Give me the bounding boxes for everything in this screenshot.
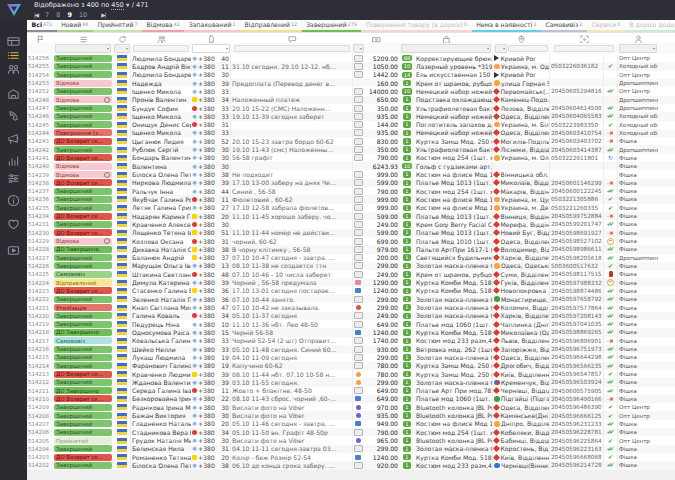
double-check-icon: ✔✔ [607,421,614,427]
page-number[interactable]: 7 [45,11,49,19]
filter-payment[interactable]: ▾ [353,44,364,53]
page-number[interactable]: 9 [67,11,72,19]
table-row[interactable]: 514210ДО Возврат ск…Безкоровайна Ірина❄+… [27,395,675,403]
tab-Нема в наявності[interactable]: Нема в наявності1 [472,20,541,32]
pagination-first-icon[interactable]: |◀ [34,12,38,18]
statistics-icon[interactable] [7,152,20,165]
table-row[interactable]: 514244Повернення (з…Іщенко Микола❄+38033… [27,129,675,137]
tab-Запакований[interactable]: Запакований1 [184,20,240,32]
delivery-status: ✔ [604,370,618,378]
tab-Завершений[interactable]: Завершений279 [302,20,362,32]
order-id: 514203 [27,453,53,461]
tab-Прийнятий[interactable]: Прийнятий7 [93,20,142,32]
pagination-last-icon[interactable]: ▶| [101,12,105,18]
settings-sliders-icon[interactable] [7,170,20,183]
table-row[interactable]: 514235ЗавершенийЛетяк Галина Григо…❄+380… [27,204,675,212]
ukraine-flag-icon [117,196,127,202]
table-row[interactable]: 514237ЗавершенийРальчук Інна❄+38044Синий… [27,187,675,195]
info-icon[interactable] [7,192,20,205]
table-row[interactable]: 514227ЗавершенийБаланюк Андрій+3803707.1… [27,254,675,262]
range-dropdown[interactable]: 450 [111,1,123,10]
table-row[interactable]: 514208ЗавершенийБажан Виктория❄+38030Вис… [27,411,675,419]
table-row[interactable]: 514215ЗавершенийЛукаш Людмила❄+3801904.1… [27,353,675,361]
table-row[interactable]: 514205ПрийнятийГрудок Наталія Мик…❄+3803… [27,436,675,444]
table-row[interactable]: 514252ЗавершенийІщенко Микола❄+380331400… [27,87,675,95]
table-row[interactable]: 514206ЗавершенийСтадникова Вера В…+38034… [27,428,675,436]
filter-source[interactable]: ▾ [619,44,657,53]
table-row[interactable]: 514226ЗавершенийМарущак Ольга Іва…❄+3801… [27,262,675,270]
table-row[interactable]: 514254ЗавершенийЛюдмила Бондарен…❄+38030… [27,71,675,79]
tab-Сервіси[interactable]: Сервіси0 [587,20,625,32]
table-row[interactable]: 514255ЗавершенийБадров Андрій Вікт…❄+380… [27,62,675,70]
dashboard-icon[interactable] [7,33,20,46]
table-row[interactable]: 514225СамовивізШтакина Светлана+3804807.… [27,270,675,278]
tab-Всі[interactable]: Всі471 [27,20,57,32]
support-icon[interactable] [7,216,20,229]
app-logo[interactable] [0,0,27,20]
table-row[interactable]: 514217СамовивізКовальська Галина❄+38033Ч… [27,337,675,345]
table-row[interactable]: 514245ЗавершенийОнищук Денис Сергі…+3803… [27,121,675,129]
page-number[interactable]: 8 [56,11,60,19]
table-row[interactable]: 514221УтилізаціяКнап Світлана Миха…❄+380… [27,303,675,311]
table-row[interactable]: 514218ДО ЗавершеноОдносумова Раіса І…❄+3… [27,328,675,336]
table-row[interactable]: 514207ЗавершенийГладненко Наталья …❄+380… [27,420,675,428]
tab-Самовивіз[interactable]: Самовивіз2 [541,20,587,32]
order-id: 514209 [27,403,53,411]
table-row[interactable]: 514230ДО Возврат ск…Лященко Тетяна Іва…+… [27,229,675,237]
table-row[interactable]: 514213ДО Возврат ск…Кравченко Людмила+38… [27,370,675,378]
table-row[interactable]: 514231ЗавершенийКравченко Алексей+380302… [27,220,675,228]
filter-phone[interactable]: ▾ [192,44,230,53]
table-row[interactable]: 514202ЗавершенийБілоска Олена Петр…❄+380… [27,461,675,469]
table-row[interactable]: 514219ЗавершенийПедурець Ніна❄+3801011.1… [27,320,675,328]
table-row[interactable]: 514247ЗавершенийБундук София+3803320.10 … [27,104,675,112]
tab-Повернення товару (в дорозі)[interactable]: Повернення товару (в дорозі)0 [361,20,471,32]
table-row[interactable]: 514222ЗавершенийЗеленко Наталія Па…❄+380… [27,295,675,303]
table-row[interactable]: 514220ЗавершенийГалина Коваль+3803405.10… [27,312,675,320]
office-icon[interactable] [7,86,20,99]
filter-product[interactable]: ▾ [401,44,491,53]
video-tutorials-icon[interactable] [7,242,20,255]
filter-client-name[interactable] [133,45,189,52]
filter-comment[interactable] [234,45,350,52]
filter-country[interactable]: ▾ [114,44,130,53]
orders-icon[interactable] [7,47,20,60]
tab-Відмова[interactable]: Відмова42 [142,20,184,32]
page-number[interactable]: 10 [79,11,87,19]
table-row[interactable]: 514209ЗавершенийРаднікова Ірина Ми…❄+380… [27,403,675,411]
table-row[interactable]: 514216ЗавершенийШейко Нелли❄+3803305.10 … [27,345,675,353]
table-row[interactable]: 514228ДО ЗавершеноДихавка Наталія Си…+38… [27,245,675,253]
marketing-icon[interactable] [7,130,20,143]
tab-В дорозі додому[interactable]: В дорозі додому0 [625,20,675,32]
table-row[interactable]: 514212ЗавершенийЖданова Валентина❄+38039… [27,378,675,386]
table-row[interactable]: 514204ЗавершенийБелинская Нила❄+3803104.… [27,445,675,453]
table-row[interactable]: 514214ЗавершенийФаранович Галина❄+38019К… [27,362,675,370]
table-row[interactable]: 514243ДО Возврат ск…Цыганюк Лидия❄+38052… [27,137,675,145]
tab-Відправлений[interactable]: Відправлений12 [240,20,302,32]
table-row[interactable]: 514236ЗавершенийЯкубчак Галина Ром…+3801… [27,195,675,203]
tab-Новий[interactable]: Новий48 [57,20,93,32]
table-row[interactable]: 514253ВідмоваНадежда❄+38039Предоплата (П… [27,79,675,87]
calls-icon[interactable] [7,108,20,121]
table-row[interactable]: 514211ДО ЗавершеноСереда Галина Івані…+3… [27,387,675,395]
table-row[interactable]: 514239ВідмоваБілоска Олена Петр…❄+38038Н… [27,170,675,178]
filter-status[interactable]: ▾ [55,44,111,53]
filter-city[interactable] [508,45,548,52]
table-row[interactable]: 514256ЗавершенийЛюдмила Бондарен…❄+38040… [27,54,675,62]
clients-icon[interactable] [7,61,20,74]
table-row[interactable]: 514234ДО Возврат ск…Надарян Каринэ Гв…+3… [27,212,675,220]
table-row[interactable]: 514246ЗавершенийІщенко Микола❄+3803319.1… [27,112,675,120]
table-row[interactable]: 514242ЗавершенийРублюк Сергій❄+3803019.1… [27,145,675,153]
table-row[interactable]: 514203ДО Возврат ск…Романенко Тетяна+380… [27,453,675,461]
delivery-status: ↻ [604,154,618,162]
table-row[interactable]: 514238ДО Возврат ск…Ниркова Людмила❄+380… [27,179,675,187]
double-check-icon: ✔✔ [607,88,614,94]
table-row[interactable]: 514223ДО Возврат ск…Стасенко Галина Ви…+… [27,287,675,295]
filter-ttn[interactable] [554,45,614,52]
payment-icon [356,405,361,410]
table-row[interactable]: 514224ВідправленийДимула Катерина❄+38039… [27,278,675,286]
table-row[interactable]: 514229ВідмоваКозлова Оксана+38031чорний,… [27,237,675,245]
table-row[interactable]: 514248ВідмоваПронів Валентин+38034Наложе… [27,96,675,104]
table-row[interactable]: 514240ВідмоваВалентина❄+380306243.9310Го… [27,162,675,170]
filter-delivery-type[interactable]: ▾ [495,44,507,53]
table-row[interactable]: 514241ДО Возврат ск…Бондарь Валентина…❄+… [27,154,675,162]
